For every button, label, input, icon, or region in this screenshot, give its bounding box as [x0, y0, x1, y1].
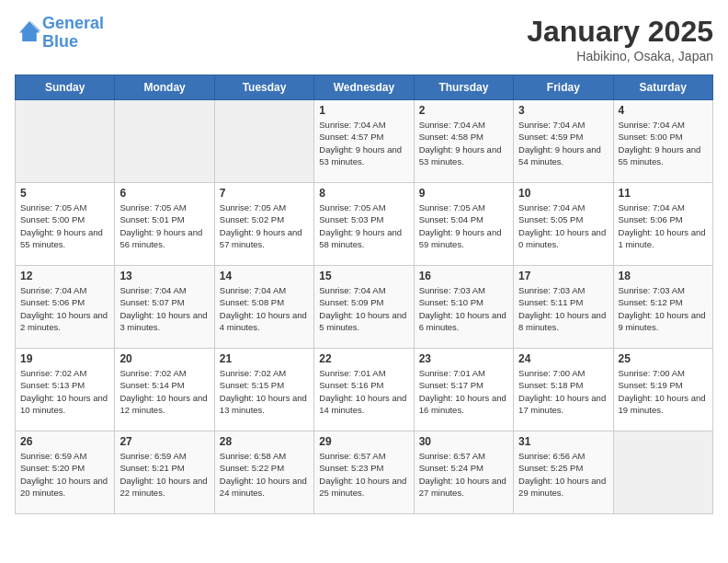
logo-line1: General: [42, 14, 104, 32]
calendar-cell: 6Sunrise: 7:05 AM Sunset: 5:01 PM Daylig…: [115, 183, 214, 266]
day-number: 16: [419, 270, 508, 282]
day-info: Sunrise: 6:56 AM Sunset: 5:25 PM Dayligh…: [518, 450, 608, 499]
day-number: 30: [419, 435, 508, 448]
calendar-cell: 21Sunrise: 7:02 AM Sunset: 5:15 PM Dayli…: [214, 349, 313, 431]
day-info: Sunrise: 7:05 AM Sunset: 5:02 PM Dayligh…: [220, 201, 309, 250]
day-info: Sunrise: 7:05 AM Sunset: 5:00 PM Dayligh…: [20, 201, 109, 250]
day-number: 25: [619, 352, 708, 365]
day-info: Sunrise: 6:59 AM Sunset: 5:20 PM Dayligh…: [20, 450, 109, 499]
week-row-5: 26Sunrise: 6:59 AM Sunset: 5:20 PM Dayli…: [16, 431, 713, 514]
day-header-saturday: Saturday: [613, 75, 712, 100]
calendar-subtitle: Habikino, Osaka, Japan: [527, 49, 713, 63]
calendar-cell: 15Sunrise: 7:04 AM Sunset: 5:09 PM Dayli…: [314, 266, 414, 349]
logo-text: General Blue: [42, 15, 104, 52]
calendar-cell: 5Sunrise: 7:05 AM Sunset: 5:00 PM Daylig…: [16, 183, 115, 266]
day-number: 19: [20, 352, 109, 365]
day-number: 20: [119, 352, 209, 365]
day-number: 3: [518, 104, 608, 117]
calendar-cell: 17Sunrise: 7:03 AM Sunset: 5:11 PM Dayli…: [514, 266, 613, 349]
calendar-cell: 8Sunrise: 7:05 AM Sunset: 5:03 PM Daylig…: [314, 183, 414, 266]
day-info: Sunrise: 6:57 AM Sunset: 5:24 PM Dayligh…: [419, 450, 508, 499]
day-info: Sunrise: 7:01 AM Sunset: 5:17 PM Dayligh…: [419, 367, 508, 416]
logo: General Blue: [15, 15, 104, 52]
day-header-sunday: Sunday: [16, 75, 115, 100]
day-number: 7: [220, 187, 309, 200]
day-number: 8: [319, 187, 408, 200]
day-number: 13: [119, 270, 209, 282]
calendar-cell: [115, 100, 214, 183]
calendar-cell: 10Sunrise: 7:04 AM Sunset: 5:05 PM Dayli…: [514, 183, 613, 266]
day-info: Sunrise: 6:59 AM Sunset: 5:21 PM Dayligh…: [119, 450, 209, 499]
day-info: Sunrise: 7:04 AM Sunset: 4:58 PM Dayligh…: [419, 119, 508, 167]
calendar-body: 1Sunrise: 7:04 AM Sunset: 4:57 PM Daylig…: [16, 100, 713, 514]
calendar-cell: 1Sunrise: 7:04 AM Sunset: 4:57 PM Daylig…: [314, 100, 414, 183]
day-info: Sunrise: 7:01 AM Sunset: 5:16 PM Dayligh…: [319, 367, 408, 416]
calendar-cell: 30Sunrise: 6:57 AM Sunset: 5:24 PM Dayli…: [414, 431, 513, 514]
calendar-cell: [613, 431, 712, 514]
day-info: Sunrise: 7:04 AM Sunset: 5:07 PM Dayligh…: [119, 284, 209, 333]
title-block: January 2025 Habikino, Osaka, Japan: [527, 15, 713, 63]
day-info: Sunrise: 6:58 AM Sunset: 5:22 PM Dayligh…: [220, 450, 309, 499]
day-info: Sunrise: 7:04 AM Sunset: 5:00 PM Dayligh…: [619, 119, 708, 167]
day-header-tuesday: Tuesday: [214, 75, 313, 100]
calendar-cell: 24Sunrise: 7:00 AM Sunset: 5:18 PM Dayli…: [514, 349, 613, 431]
day-info: Sunrise: 7:02 AM Sunset: 5:15 PM Dayligh…: [220, 367, 309, 416]
day-info: Sunrise: 7:00 AM Sunset: 5:18 PM Dayligh…: [518, 367, 608, 416]
day-info: Sunrise: 7:05 AM Sunset: 5:03 PM Dayligh…: [319, 201, 408, 250]
day-info: Sunrise: 7:04 AM Sunset: 5:05 PM Dayligh…: [518, 201, 608, 250]
day-header-thursday: Thursday: [414, 75, 513, 100]
day-number: 11: [619, 187, 708, 200]
calendar-cell: 7Sunrise: 7:05 AM Sunset: 5:02 PM Daylig…: [214, 183, 313, 266]
calendar-cell: 23Sunrise: 7:01 AM Sunset: 5:17 PM Dayli…: [414, 349, 513, 431]
calendar-cell: 29Sunrise: 6:57 AM Sunset: 5:23 PM Dayli…: [314, 431, 414, 514]
week-row-3: 12Sunrise: 7:04 AM Sunset: 5:06 PM Dayli…: [16, 266, 713, 349]
day-info: Sunrise: 7:04 AM Sunset: 5:06 PM Dayligh…: [20, 284, 109, 333]
calendar-header: SundayMondayTuesdayWednesdayThursdayFrid…: [16, 75, 713, 100]
day-number: 27: [119, 435, 209, 448]
day-info: Sunrise: 7:04 AM Sunset: 5:09 PM Dayligh…: [319, 284, 408, 333]
day-number: 10: [518, 187, 608, 200]
calendar-cell: 3Sunrise: 7:04 AM Sunset: 4:59 PM Daylig…: [514, 100, 613, 183]
calendar-cell: 25Sunrise: 7:00 AM Sunset: 5:19 PM Dayli…: [613, 349, 712, 431]
day-number: 24: [518, 352, 608, 365]
day-info: Sunrise: 7:03 AM Sunset: 5:10 PM Dayligh…: [419, 284, 508, 333]
day-number: 6: [119, 187, 209, 200]
day-info: Sunrise: 7:02 AM Sunset: 5:14 PM Dayligh…: [119, 367, 209, 416]
day-info: Sunrise: 7:03 AM Sunset: 5:11 PM Dayligh…: [518, 284, 608, 333]
day-info: Sunrise: 7:04 AM Sunset: 5:06 PM Dayligh…: [619, 201, 708, 250]
day-number: 21: [220, 352, 309, 365]
calendar-cell: 27Sunrise: 6:59 AM Sunset: 5:21 PM Dayli…: [115, 431, 214, 514]
calendar-cell: 16Sunrise: 7:03 AM Sunset: 5:10 PM Dayli…: [414, 266, 513, 349]
day-info: Sunrise: 7:05 AM Sunset: 5:04 PM Dayligh…: [419, 201, 508, 250]
page-header: General Blue January 2025 Habikino, Osak…: [15, 15, 713, 63]
calendar-cell: [214, 100, 313, 183]
day-header-friday: Friday: [514, 75, 613, 100]
day-number: 29: [319, 435, 408, 448]
day-info: Sunrise: 6:57 AM Sunset: 5:23 PM Dayligh…: [319, 450, 408, 499]
calendar-cell: 14Sunrise: 7:04 AM Sunset: 5:08 PM Dayli…: [214, 266, 313, 349]
calendar-cell: 12Sunrise: 7:04 AM Sunset: 5:06 PM Dayli…: [16, 266, 115, 349]
day-info: Sunrise: 7:04 AM Sunset: 4:59 PM Dayligh…: [518, 119, 608, 167]
calendar-cell: 28Sunrise: 6:58 AM Sunset: 5:22 PM Dayli…: [214, 431, 313, 514]
calendar-cell: 9Sunrise: 7:05 AM Sunset: 5:04 PM Daylig…: [414, 183, 513, 266]
calendar-cell: 4Sunrise: 7:04 AM Sunset: 5:00 PM Daylig…: [613, 100, 712, 183]
calendar-cell: 22Sunrise: 7:01 AM Sunset: 5:16 PM Dayli…: [314, 349, 414, 431]
day-info: Sunrise: 7:02 AM Sunset: 5:13 PM Dayligh…: [20, 367, 109, 416]
day-number: 31: [518, 435, 608, 448]
calendar-cell: [16, 100, 115, 183]
day-header-monday: Monday: [115, 75, 214, 100]
day-number: 14: [220, 270, 309, 282]
day-header-wednesday: Wednesday: [314, 75, 414, 100]
day-number: 17: [518, 270, 608, 282]
logo-icon: [17, 18, 42, 44]
week-row-4: 19Sunrise: 7:02 AM Sunset: 5:13 PM Dayli…: [16, 349, 713, 431]
calendar-cell: 2Sunrise: 7:04 AM Sunset: 4:58 PM Daylig…: [414, 100, 513, 183]
calendar-cell: 19Sunrise: 7:02 AM Sunset: 5:13 PM Dayli…: [16, 349, 115, 431]
day-info: Sunrise: 7:00 AM Sunset: 5:19 PM Dayligh…: [619, 367, 708, 416]
logo-line2: Blue: [42, 32, 78, 51]
day-number: 26: [20, 435, 109, 448]
day-number: 12: [20, 270, 109, 282]
day-number: 28: [220, 435, 309, 448]
day-info: Sunrise: 7:05 AM Sunset: 5:01 PM Dayligh…: [119, 201, 209, 250]
day-number: 22: [319, 352, 408, 365]
